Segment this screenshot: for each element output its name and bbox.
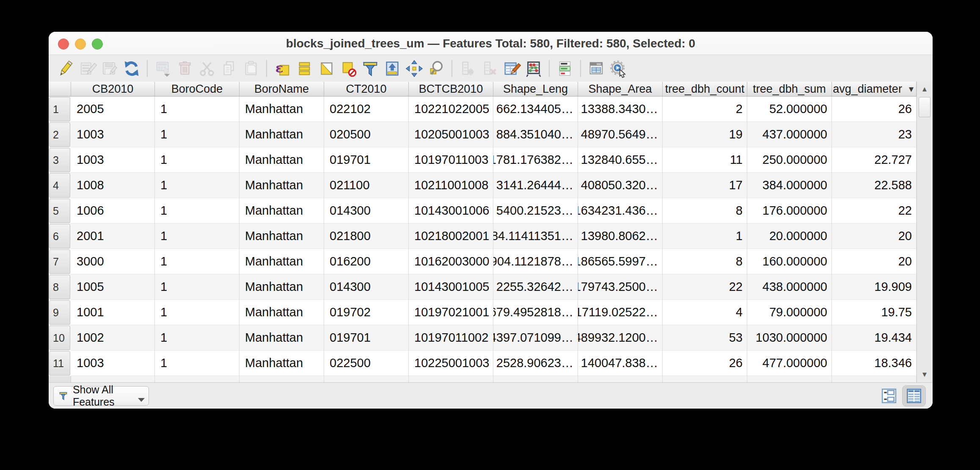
- field-calculator-button[interactable]: [523, 58, 543, 78]
- cell-CT2010[interactable]: 019701: [324, 147, 409, 173]
- select-by-expression-button[interactable]: ε: [272, 58, 292, 78]
- pan-to-selection-button[interactable]: [404, 58, 424, 78]
- row-number[interactable]: 11: [49, 351, 71, 376]
- cell-BoroName[interactable]: Manhattan: [239, 351, 324, 376]
- row-number[interactable]: 10: [49, 325, 71, 351]
- cell-CB2010[interactable]: 1001: [71, 300, 155, 325]
- cell-tree_dbh_count[interactable]: 8: [663, 198, 747, 224]
- cell-Shape_Leng[interactable]: 4397.071099…: [493, 325, 578, 351]
- cell-Shape_Leng[interactable]: 2528.90623…: [493, 351, 578, 376]
- cell-tree_dbh_count[interactable]: 2: [663, 97, 747, 122]
- cell-Shape_Area[interactable]: 186565.5997…: [578, 249, 663, 274]
- cell-avg_diameter[interactable]: 19.434: [832, 325, 917, 351]
- cell-Shape_Area[interactable]: 408050.320…: [578, 173, 663, 198]
- cell-CT2010[interactable]: 019701: [324, 325, 409, 351]
- edit-attributes-button[interactable]: [501, 58, 521, 78]
- column-header-BCTCB2010[interactable]: BCTCB2010: [409, 82, 493, 97]
- cell-BoroName[interactable]: Manhattan: [239, 198, 324, 224]
- row-number[interactable]: 8: [49, 274, 71, 300]
- cell-CB2010[interactable]: 1008: [71, 173, 155, 198]
- invert-selection-button[interactable]: [316, 58, 336, 78]
- scrollbar-thumb[interactable]: [919, 97, 930, 117]
- cell-Shape_Area[interactable]: 13388.3430…: [578, 97, 663, 122]
- cell-avg_diameter[interactable]: 18.346: [832, 351, 917, 376]
- cell-CB2010[interactable]: 1003: [71, 122, 155, 147]
- cell-CT2010[interactable]: 016200: [324, 249, 409, 274]
- cell-CB2010[interactable]: 1006: [71, 198, 155, 224]
- cell-BCTCB2010[interactable]: 10221022005: [409, 97, 493, 122]
- cell-BCTCB2010[interactable]: 10197021001: [409, 300, 493, 325]
- cell-CT2010[interactable]: 021100: [324, 173, 409, 198]
- select-all-button[interactable]: [294, 58, 314, 78]
- cell-CB2010[interactable]: 1005: [71, 274, 155, 300]
- cell-CB2010[interactable]: 2001: [71, 224, 155, 249]
- cell-tree_dbh_count[interactable]: 4: [663, 300, 747, 325]
- cell-BCTCB2010[interactable]: 10143001005: [409, 274, 493, 300]
- cell-BCTCB2010[interactable]: 10143001006: [409, 198, 493, 224]
- cell-avg_diameter[interactable]: 22: [832, 198, 917, 224]
- dock-table-button[interactable]: [586, 58, 606, 78]
- filter-by-form-button[interactable]: [360, 58, 380, 78]
- cell-BoroCode[interactable]: 1: [155, 224, 239, 249]
- reload-table-button[interactable]: [121, 58, 141, 78]
- table-view-toggle[interactable]: [902, 385, 926, 406]
- cell-CT2010[interactable]: 014300: [324, 274, 409, 300]
- cell-BoroCode[interactable]: 1: [155, 249, 239, 274]
- cell-BoroName[interactable]: Manhattan: [239, 224, 324, 249]
- cell-BoroName[interactable]: Manhattan: [239, 173, 324, 198]
- cell-Shape_Area[interactable]: 48970.5649…: [578, 122, 663, 147]
- cell-Shape_Leng[interactable]: 662.134405…: [493, 97, 578, 122]
- cell-BoroName[interactable]: Manhattan: [239, 274, 324, 300]
- scroll-down-icon[interactable]: ▼: [918, 369, 931, 381]
- cell-CB2010[interactable]: 2005: [71, 97, 155, 122]
- cell-CB2010[interactable]: 1003: [71, 351, 155, 376]
- cell-BCTCB2010[interactable]: 10205001003: [409, 122, 493, 147]
- cell-Shape_Leng[interactable]: 3141.26444…: [493, 173, 578, 198]
- cell-CT2010[interactable]: 020500: [324, 122, 409, 147]
- form-view-toggle[interactable]: [880, 387, 898, 405]
- cell-CT2010[interactable]: 022500: [324, 351, 409, 376]
- cell-BCTCB2010[interactable]: 10197011003: [409, 147, 493, 173]
- column-header-Shape_Leng[interactable]: Shape_Leng: [493, 82, 578, 97]
- cell-tree_dbh_sum[interactable]: 437.000000: [747, 122, 832, 147]
- cell-BoroName[interactable]: Manhattan: [239, 97, 324, 122]
- cell-BCTCB2010[interactable]: 10162003000: [409, 249, 493, 274]
- cell-BCTCB2010[interactable]: 10211001008: [409, 173, 493, 198]
- cell-tree_dbh_count[interactable]: 53: [663, 325, 747, 351]
- cell-BoroCode[interactable]: 1: [155, 97, 239, 122]
- cell-tree_dbh_sum[interactable]: 160.000000: [747, 249, 832, 274]
- cell-BoroName[interactable]: Manhattan: [239, 122, 324, 147]
- cell-BCTCB2010[interactable]: 10197011002: [409, 325, 493, 351]
- zoom-to-selection-button[interactable]: [426, 58, 446, 78]
- cell-avg_diameter[interactable]: 20: [832, 249, 917, 274]
- row-number[interactable]: 1: [49, 97, 71, 122]
- column-header-avg_diameter[interactable]: avg_diameter▼: [832, 82, 917, 97]
- cell-tree_dbh_count[interactable]: 19: [663, 122, 747, 147]
- cell-tree_dbh_sum[interactable]: 384.000000: [747, 173, 832, 198]
- cell-CT2010[interactable]: 014300: [324, 198, 409, 224]
- cell-tree_dbh_count[interactable]: 26: [663, 351, 747, 376]
- cell-BoroCode[interactable]: 1: [155, 122, 239, 147]
- show-all-features-button[interactable]: Show All Features: [53, 386, 149, 406]
- row-number[interactable]: 5: [49, 198, 71, 224]
- corner-header-cell[interactable]: [49, 82, 71, 97]
- cell-Shape_Leng[interactable]: 1781.176382…: [493, 147, 578, 173]
- cell-tree_dbh_sum[interactable]: 176.000000: [747, 198, 832, 224]
- move-selection-top-button[interactable]: [382, 58, 402, 78]
- cell-tree_dbh_sum[interactable]: 250.000000: [747, 147, 832, 173]
- vertical-scrollbar[interactable]: ▲ ▼: [917, 82, 933, 382]
- cell-avg_diameter[interactable]: 19.75: [832, 300, 917, 325]
- cell-BCTCB2010[interactable]: 10225001003: [409, 351, 493, 376]
- cell-Shape_Area[interactable]: 132840.655…: [578, 147, 663, 173]
- cell-Shape_Leng[interactable]: 5400.21523…: [493, 198, 578, 224]
- cell-CT2010[interactable]: 022102: [324, 97, 409, 122]
- cell-tree_dbh_count[interactable]: 22: [663, 274, 747, 300]
- row-number[interactable]: 9: [49, 300, 71, 325]
- cell-tree_dbh_count[interactable]: 17: [663, 173, 747, 198]
- cell-BoroName[interactable]: Manhattan: [239, 325, 324, 351]
- column-header-CB2010[interactable]: CB2010: [71, 82, 155, 97]
- cell-avg_diameter[interactable]: 26: [832, 97, 917, 122]
- cell-avg_diameter[interactable]: 22.588: [832, 173, 917, 198]
- cell-tree_dbh_count[interactable]: 11: [663, 147, 747, 173]
- row-number[interactable]: 3: [49, 147, 71, 173]
